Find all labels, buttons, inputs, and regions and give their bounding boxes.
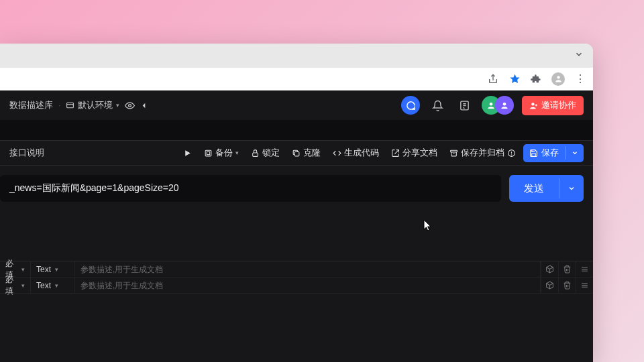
kebab-menu-icon[interactable]: ⋮: [574, 73, 586, 85]
svg-point-24: [511, 154, 512, 155]
required-select[interactable]: 必填▾: [0, 278, 31, 293]
archive-button[interactable]: 保存并归档: [445, 145, 521, 162]
env-selector[interactable]: 默认环境 ▾: [66, 100, 119, 111]
share-icon[interactable]: [487, 73, 499, 85]
avatar: [495, 96, 514, 115]
svg-rect-17: [207, 152, 209, 154]
svg-rect-20: [451, 150, 458, 152]
chrome-tabstrip: [0, 44, 593, 68]
tab-overflow-chevron-icon[interactable]: [574, 50, 584, 59]
run-button[interactable]: [178, 146, 197, 160]
description-input[interactable]: [80, 281, 535, 290]
param-row: 必填▾ Text▾: [0, 261, 593, 278]
save-button[interactable]: 保存: [523, 144, 584, 162]
profile-avatar-icon[interactable]: [551, 72, 565, 86]
svg-rect-18: [253, 152, 258, 156]
cube-icon[interactable]: [541, 278, 558, 293]
collaborator-avatars[interactable]: [482, 96, 514, 115]
type-select[interactable]: Text▾: [31, 278, 75, 293]
send-dropdown[interactable]: [559, 178, 584, 198]
delete-icon[interactable]: [558, 278, 576, 293]
sync-button[interactable]: [401, 96, 420, 115]
collapse-left-icon[interactable]: [140, 102, 148, 109]
params-table: 必填▾ Text▾ 必填▾ Text▾: [0, 261, 593, 294]
svg-marker-15: [185, 150, 191, 156]
browser-window: ⋮ 数据描述库 · 默认环境 ▾: [0, 44, 593, 362]
param-row: 必填▾ Text▾: [0, 278, 593, 294]
extensions-icon[interactable]: [530, 73, 542, 85]
app-topbar: 数据描述库 · 默认环境 ▾: [0, 90, 593, 120]
bookmark-star-icon[interactable]: [508, 73, 521, 85]
app-root: 数据描述库 · 默认环境 ▾: [0, 90, 593, 362]
tab-api-description[interactable]: 接口说明: [9, 147, 44, 159]
chevron-down-icon: ▾: [116, 102, 119, 109]
svg-marker-1: [510, 74, 519, 82]
menu-icon[interactable]: [576, 261, 593, 277]
svg-rect-19: [294, 152, 299, 156]
share-doc-button[interactable]: 分享文档: [386, 145, 442, 162]
notes-icon[interactable]: [455, 96, 474, 115]
menu-icon[interactable]: [576, 278, 593, 293]
svg-point-12: [531, 103, 534, 105]
send-button[interactable]: 发送: [509, 175, 584, 202]
generate-code-button[interactable]: 生成代码: [328, 145, 384, 162]
svg-point-11: [503, 103, 506, 106]
backup-button[interactable]: 备份▾: [199, 145, 244, 162]
svg-marker-6: [143, 103, 146, 107]
action-toolbar: 接口说明 备份▾ 锁定 克隆 生成代码 分享: [0, 140, 593, 166]
clone-button[interactable]: 克隆: [287, 145, 325, 162]
breadcrumb-separator: ·: [58, 101, 60, 110]
description-input[interactable]: [80, 265, 535, 274]
delete-icon[interactable]: [558, 261, 576, 277]
breadcrumb-item[interactable]: 数据描述库: [9, 100, 53, 111]
svg-point-2: [557, 76, 559, 78]
visibility-toggle-icon[interactable]: [125, 101, 135, 111]
lock-button[interactable]: 锁定: [246, 145, 284, 162]
type-select[interactable]: Text▾: [31, 261, 75, 277]
request-url-input[interactable]: _news=国际新闻&page=1&pageSize=20: [0, 175, 501, 202]
save-dropdown[interactable]: [566, 146, 584, 160]
svg-point-10: [490, 103, 493, 106]
invite-collaborate-button[interactable]: 邀请协作: [522, 96, 584, 115]
cube-icon[interactable]: [541, 261, 558, 277]
request-row: _news=国际新闻&page=1&pageSize=20 发送: [0, 166, 593, 202]
notifications-icon[interactable]: [428, 96, 447, 115]
svg-rect-16: [205, 150, 211, 156]
chrome-toolbar: ⋮: [0, 68, 593, 90]
svg-rect-3: [67, 103, 74, 108]
svg-point-5: [129, 104, 131, 107]
